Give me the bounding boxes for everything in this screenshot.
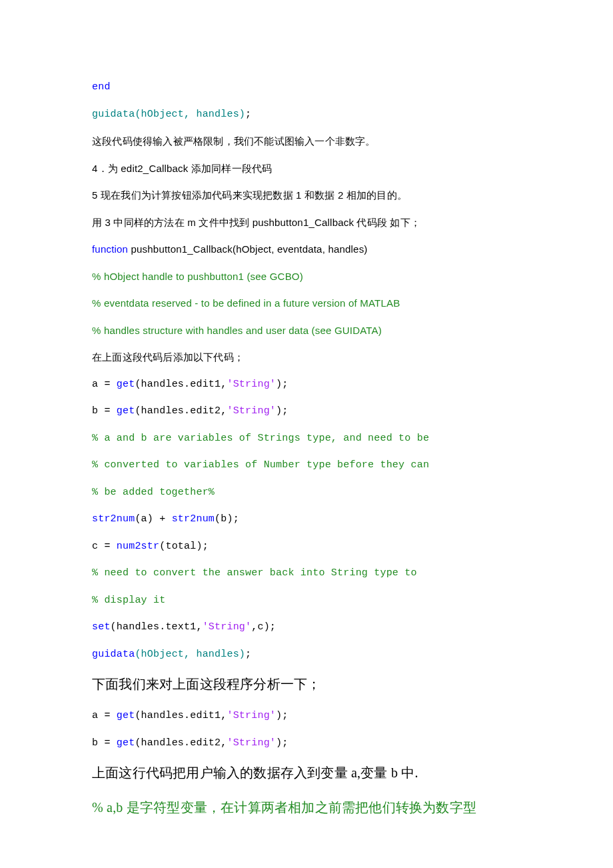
code-text: (handles.edit1,: [135, 379, 227, 390]
code-line: set(handles.text1,'String',c);: [92, 620, 526, 635]
body-text: 上面这行代码把用户输入的数据存入到变量 a,变量 b 中.: [92, 763, 526, 783]
code-line: b = get(handles.edit2,'String');: [92, 404, 526, 419]
string-literal: 'String': [227, 379, 276, 390]
code-line: str2num(a) + str2num(b);: [92, 512, 526, 527]
code-line: guidata(hObject, handles);: [92, 107, 526, 123]
code-line: b = get(handles.edit2,'String');: [92, 736, 526, 751]
string-literal: 'String': [203, 621, 252, 633]
comment-line: % eventdata reserved - to be defined in …: [92, 296, 526, 311]
comment-line: % handles structure with handles and use…: [92, 323, 526, 339]
code-text: b =: [92, 737, 117, 749]
string-literal: 'String': [227, 405, 276, 417]
code-text: set: [92, 621, 111, 633]
comment-line: % a,b 是字符型变量，在计算两者相加之前需把他们转换为数字型: [92, 797, 526, 817]
code-text: b =: [92, 405, 117, 417]
code-text: ;: [245, 649, 251, 660]
code-text: a =: [92, 710, 117, 721]
code-text: );: [276, 379, 288, 390]
body-text: 这段代码使得输入被严格限制，我们不能试图输入一个非数字。: [92, 134, 526, 149]
comment-line: % be added together%: [92, 485, 526, 501]
string-literal: 'String': [227, 710, 276, 721]
code-text: get: [117, 737, 135, 749]
comment-line: % need to convert the answer back into S…: [92, 566, 526, 581]
code-text: str2num: [92, 513, 135, 525]
code-text: str2num: [172, 513, 215, 525]
code-text: );: [276, 405, 288, 417]
code-line: a = get(handles.edit1,'String');: [92, 709, 526, 724]
code-text: (hObject, handles): [135, 649, 245, 660]
code-text: (b);: [215, 513, 239, 525]
code-text: a =: [92, 379, 117, 390]
body-text: 用 3 中同样的方法在 m 文件中找到 pushbutton1_Callback…: [92, 215, 526, 231]
document-page: end guidata(hObject, handles); 这段代码使得输入被…: [0, 0, 613, 868]
code-text: ;: [245, 109, 251, 120]
code-text: (handles.edit1,: [135, 710, 227, 721]
code-text: );: [276, 737, 288, 749]
keyword-function: function: [92, 243, 128, 255]
code-text: ,c);: [251, 621, 276, 633]
code-text: get: [117, 379, 135, 390]
comment-line: % a and b are variables of Strings type,…: [92, 431, 526, 447]
code-text: (a) +: [135, 513, 171, 525]
code-text: (handles.text1,: [111, 621, 203, 633]
code-line: guidata(hObject, handles);: [92, 647, 526, 663]
code-line: end: [92, 80, 526, 95]
comment-line: % hObject handle to pushbutton1 (see GCB…: [92, 269, 526, 285]
code-text: (handles.edit2,: [135, 737, 227, 749]
code-text: get: [117, 405, 135, 417]
code-text: num2str: [117, 541, 159, 552]
comment-line: % converted to variables of Number type …: [92, 458, 526, 473]
code-text: get: [117, 710, 135, 721]
code-text: guidata(hObject, handles): [92, 109, 245, 120]
body-text: 下面我们来对上面这段程序分析一下；: [92, 674, 526, 694]
code-text: );: [276, 710, 288, 721]
code-text: (total);: [159, 541, 209, 552]
code-line: c = num2str(total);: [92, 539, 526, 555]
comment-line: % display it: [92, 593, 526, 609]
body-text: 5 现在我们为计算按钮添加代码来实现把数据 1 和数据 2 相加的目的。: [92, 188, 526, 203]
code-text: guidata: [92, 649, 135, 660]
code-text: pushbutton1_Callback(hObject, eventdata,…: [128, 243, 367, 255]
string-literal: 'String': [227, 737, 276, 749]
code-line: function pushbutton1_Callback(hObject, e…: [92, 242, 526, 257]
body-text: 在上面这段代码后添加以下代码；: [92, 350, 526, 365]
code-text: c =: [92, 541, 117, 552]
code-text: (handles.edit2,: [135, 405, 227, 417]
body-text: 4．为 edit2_Callback 添加同样一段代码: [92, 161, 526, 177]
code-line: a = get(handles.edit1,'String');: [92, 377, 526, 393]
